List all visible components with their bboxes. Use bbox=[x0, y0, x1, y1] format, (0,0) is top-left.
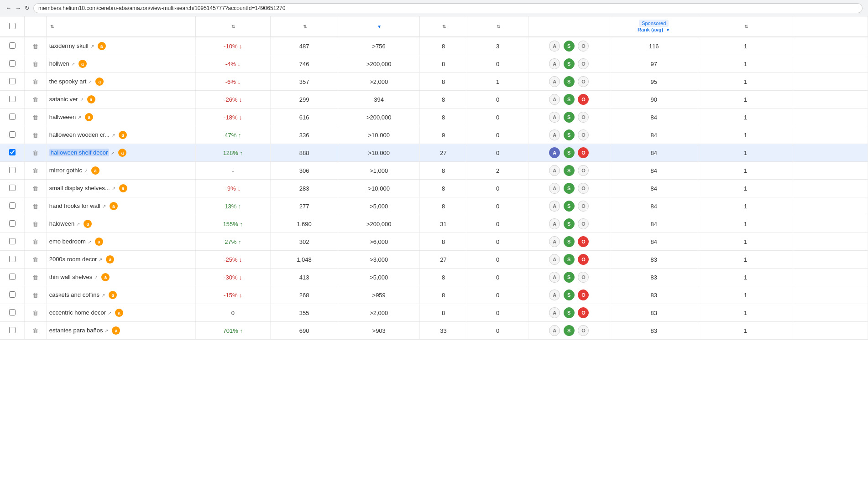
match-btn-a[interactable]: A bbox=[549, 41, 560, 52]
external-link-icon[interactable]: ↗ bbox=[90, 44, 96, 49]
match-btn-o[interactable]: O bbox=[578, 183, 589, 194]
trash-button[interactable]: 🗑 bbox=[32, 132, 38, 139]
match-btn-a[interactable]: A bbox=[549, 201, 560, 212]
competing-products-header[interactable]: ▼ bbox=[338, 16, 420, 37]
match-btn-a[interactable]: A bbox=[549, 165, 560, 176]
back-icon[interactable]: ← bbox=[5, 5, 11, 11]
match-btn-s[interactable]: S bbox=[564, 236, 575, 247]
external-link-icon[interactable]: ↗ bbox=[111, 133, 117, 138]
row-checkbox[interactable] bbox=[9, 309, 16, 315]
sponsored-asins-header[interactable]: ⇅ bbox=[270, 16, 338, 37]
match-btn-a[interactable]: A bbox=[549, 58, 560, 69]
row-checkbox[interactable] bbox=[9, 185, 16, 191]
trash-button[interactable]: 🗑 bbox=[32, 310, 38, 316]
row-checkbox[interactable] bbox=[9, 238, 16, 244]
forward-icon[interactable]: → bbox=[15, 5, 21, 11]
row-checkbox[interactable] bbox=[9, 291, 16, 298]
external-link-icon[interactable]: ↗ bbox=[111, 150, 116, 156]
trash-button[interactable]: 🗑 bbox=[32, 238, 38, 245]
trash-button[interactable]: 🗑 bbox=[32, 167, 38, 174]
trash-button[interactable]: 🗑 bbox=[32, 203, 38, 210]
match-btn-o[interactable]: O bbox=[578, 307, 589, 318]
match-btn-a[interactable]: A bbox=[549, 254, 560, 265]
row-checkbox[interactable] bbox=[9, 96, 16, 102]
match-btn-o[interactable]: O bbox=[578, 218, 589, 229]
row-checkbox[interactable] bbox=[9, 131, 16, 138]
trash-button[interactable]: 🗑 bbox=[32, 256, 38, 263]
match-btn-s[interactable]: S bbox=[564, 218, 575, 229]
browser-url-bar[interactable] bbox=[33, 3, 863, 13]
match-btn-o[interactable]: O bbox=[578, 58, 589, 69]
match-btn-o[interactable]: O bbox=[578, 290, 589, 300]
row-checkbox[interactable] bbox=[9, 114, 16, 120]
trash-button[interactable]: 🗑 bbox=[32, 292, 38, 299]
match-btn-a[interactable]: A bbox=[549, 325, 560, 336]
row-checkbox[interactable] bbox=[9, 60, 16, 67]
external-link-icon[interactable]: ↗ bbox=[76, 222, 82, 227]
match-btn-o[interactable]: O bbox=[578, 41, 589, 52]
match-btn-a[interactable]: A bbox=[549, 236, 560, 247]
sponsored-rank-avg-header[interactable]: Sponsored Rank (avg) ▼ bbox=[610, 16, 698, 37]
refresh-icon[interactable]: ↻ bbox=[25, 5, 30, 11]
match-btn-s[interactable]: S bbox=[564, 165, 575, 176]
external-link-icon[interactable]: ↗ bbox=[88, 79, 94, 85]
row-checkbox[interactable] bbox=[9, 167, 16, 173]
match-btn-s[interactable]: S bbox=[564, 307, 575, 318]
row-checkbox[interactable] bbox=[9, 274, 16, 280]
match-btn-s[interactable]: S bbox=[564, 290, 575, 300]
select-all-checkbox[interactable] bbox=[9, 23, 16, 29]
match-btn-o[interactable]: O bbox=[578, 147, 589, 158]
match-btn-o[interactable]: O bbox=[578, 236, 589, 247]
row-checkbox[interactable] bbox=[9, 149, 16, 155]
match-btn-o[interactable]: O bbox=[578, 76, 589, 87]
match-btn-o[interactable]: O bbox=[578, 325, 589, 336]
match-btn-s[interactable]: S bbox=[564, 94, 575, 105]
external-link-icon[interactable]: ↗ bbox=[71, 62, 77, 67]
match-btn-s[interactable]: S bbox=[564, 76, 575, 87]
match-btn-o[interactable]: O bbox=[578, 129, 589, 140]
trash-button[interactable]: 🗑 bbox=[32, 96, 38, 103]
external-link-icon[interactable]: ↗ bbox=[101, 293, 107, 298]
cpr-header[interactable]: ⇅ bbox=[419, 16, 467, 37]
external-link-icon[interactable]: ↗ bbox=[80, 97, 85, 103]
match-btn-o[interactable]: O bbox=[578, 165, 589, 176]
trash-button[interactable]: 🗑 bbox=[32, 185, 38, 192]
match-btn-o[interactable]: O bbox=[578, 254, 589, 265]
match-btn-o[interactable]: O bbox=[578, 272, 589, 283]
row-checkbox[interactable] bbox=[9, 220, 16, 227]
match-btn-a[interactable]: A bbox=[549, 112, 560, 123]
match-btn-a[interactable]: A bbox=[549, 218, 560, 229]
row-checkbox[interactable] bbox=[9, 327, 16, 333]
external-link-icon[interactable]: ↗ bbox=[108, 310, 113, 316]
sponsored-rank-count-header[interactable]: ⇅ bbox=[698, 16, 793, 37]
external-link-icon[interactable]: ↗ bbox=[102, 204, 108, 209]
match-btn-a[interactable]: A bbox=[549, 76, 560, 87]
svt-header[interactable]: ⇅ bbox=[196, 16, 271, 37]
external-link-icon[interactable]: ↗ bbox=[112, 186, 117, 191]
match-btn-s[interactable]: S bbox=[564, 254, 575, 265]
match-btn-s[interactable]: S bbox=[564, 147, 575, 158]
trash-button[interactable]: 🗑 bbox=[32, 61, 38, 67]
trash-button[interactable]: 🗑 bbox=[32, 274, 38, 281]
match-btn-a[interactable]: A bbox=[549, 307, 560, 318]
external-link-icon[interactable]: ↗ bbox=[88, 239, 93, 245]
match-btn-a[interactable]: A bbox=[549, 94, 560, 105]
external-link-icon[interactable]: ↗ bbox=[99, 257, 104, 263]
match-btn-a[interactable]: A bbox=[549, 183, 560, 194]
match-btn-a[interactable]: A bbox=[549, 290, 560, 300]
trash-button[interactable]: 🗑 bbox=[32, 221, 38, 227]
select-all-checkbox-header[interactable] bbox=[0, 16, 25, 37]
external-link-icon[interactable]: ↗ bbox=[94, 275, 99, 280]
trash-button[interactable]: 🗑 bbox=[32, 43, 38, 50]
match-btn-o[interactable]: O bbox=[578, 201, 589, 212]
title-density-header[interactable]: ⇅ bbox=[467, 16, 528, 37]
match-btn-o[interactable]: O bbox=[578, 112, 589, 123]
row-checkbox[interactable] bbox=[9, 256, 16, 262]
match-btn-s[interactable]: S bbox=[564, 272, 575, 283]
match-btn-a[interactable]: A bbox=[549, 147, 560, 158]
external-link-icon[interactable]: ↗ bbox=[78, 115, 83, 120]
trash-button[interactable]: 🗑 bbox=[32, 78, 38, 85]
match-btn-a[interactable]: A bbox=[549, 129, 560, 140]
row-checkbox[interactable] bbox=[9, 42, 16, 49]
match-btn-s[interactable]: S bbox=[564, 129, 575, 140]
